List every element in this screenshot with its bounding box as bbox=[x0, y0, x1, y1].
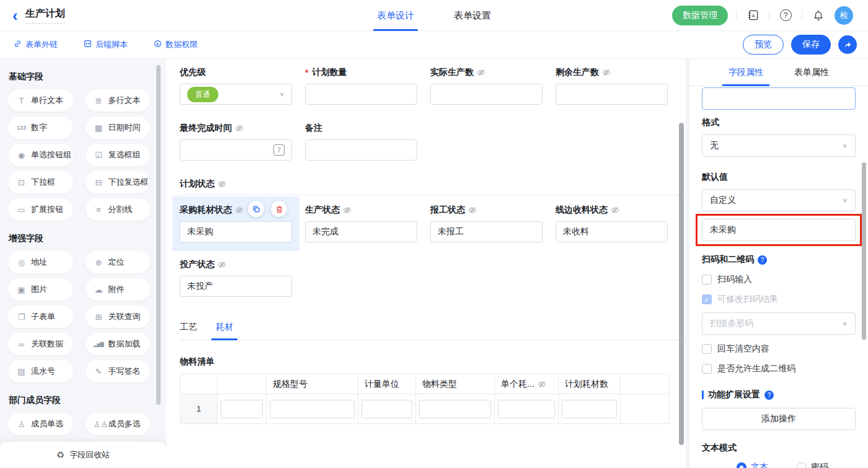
share-button[interactable] bbox=[838, 35, 857, 54]
field-purchase-material-status[interactable]: 采购耗材状态 未采购 bbox=[172, 196, 299, 251]
report-status-input[interactable]: 未报工 bbox=[430, 221, 542, 242]
page-title[interactable]: 生产计划 bbox=[25, 7, 65, 24]
tab-consumables[interactable]: 耗材 bbox=[216, 322, 233, 333]
tab-field-properties[interactable]: 字段属性 bbox=[728, 59, 763, 86]
sidebar-item-1-5[interactable]: ⊞关联查询 bbox=[86, 306, 151, 328]
delete-field-button[interactable] bbox=[271, 201, 287, 217]
sidebar-scrollbar[interactable] bbox=[156, 65, 161, 405]
remaining-production-input[interactable] bbox=[556, 84, 668, 105]
field-remarks[interactable]: 备注 bbox=[305, 123, 417, 161]
sidebar-item-0-8[interactable]: ▭扩展按钮 bbox=[8, 198, 73, 221]
option-editable-scan-result[interactable]: 可修改扫码结果 bbox=[702, 294, 856, 305]
production-status-input[interactable]: 未完成 bbox=[305, 221, 417, 242]
field-launch-status[interactable]: 投产状态 未投产 bbox=[180, 260, 292, 297]
radio-password[interactable]: 密码 bbox=[797, 462, 828, 468]
checkbox-unchecked[interactable] bbox=[702, 344, 712, 354]
help-icon[interactable]: ? bbox=[758, 255, 767, 265]
subform-cell-input[interactable] bbox=[270, 400, 355, 418]
field-remaining-production[interactable]: 剩余生产数 bbox=[556, 68, 668, 105]
sidebar-item-0-0[interactable]: T单行文本 bbox=[8, 89, 73, 112]
notification-bell-icon[interactable] bbox=[810, 7, 826, 24]
help-icon[interactable]: ? bbox=[764, 391, 774, 400]
sidebar-item-0-4[interactable]: ◉单选按钮组 bbox=[8, 144, 73, 166]
canvas-tab-bar: 工艺 耗材 bbox=[180, 322, 686, 340]
sidebar-item-1-6[interactable]: ∞关联数据 bbox=[8, 333, 73, 355]
sidebar-item-2-1[interactable]: ♙♙成员多选 bbox=[86, 413, 151, 435]
sidebar-item-1-1[interactable]: ⊕定位 bbox=[86, 251, 151, 273]
field-recycle-bin[interactable]: ♻︎ 字段回收站 bbox=[0, 442, 166, 468]
priority-select[interactable]: 普通 ∨ bbox=[180, 84, 292, 105]
default-value-select[interactable]: 自定义∨ bbox=[702, 189, 856, 211]
serial-number-icon: ▤ bbox=[16, 367, 27, 376]
copy-field-button[interactable] bbox=[248, 201, 264, 217]
option-allow-qrcode[interactable]: 是否允许生成二维码 bbox=[702, 363, 856, 374]
sidebar-item-1-7[interactable]: ▂▅▇数据加载 bbox=[86, 333, 151, 355]
sidebar-item-1-0[interactable]: ◎地址 bbox=[8, 251, 73, 273]
group-plan-status[interactable]: 计划状态 bbox=[180, 179, 686, 189]
subform-cell-input[interactable] bbox=[498, 400, 555, 418]
sidebar-item-0-2[interactable]: 123数字 bbox=[8, 117, 73, 139]
canvas-row-4: 投产状态 未投产 bbox=[180, 260, 686, 297]
option-enter-clear[interactable]: 回车清空内容 bbox=[702, 343, 856, 355]
tab-form-design[interactable]: 表单设计 bbox=[377, 0, 414, 31]
eye-off-icon bbox=[343, 206, 352, 214]
data-permission-link[interactable]: 数据权限 bbox=[154, 39, 198, 50]
checkbox-unchecked[interactable] bbox=[702, 364, 712, 374]
tab-process[interactable]: 工艺 bbox=[180, 322, 197, 333]
field-final-completion-time[interactable]: 最终完成时间 7 bbox=[180, 123, 292, 161]
sidebar-item-1-3[interactable]: ☁附件 bbox=[86, 278, 151, 301]
lineside-receiving-status-input[interactable]: 未收料 bbox=[556, 221, 668, 242]
subform-cell-input[interactable] bbox=[221, 400, 263, 418]
sidebar-item-1-2[interactable]: ▣图片 bbox=[8, 278, 73, 301]
subform-cell bbox=[358, 394, 416, 424]
sidebar-item-1-9[interactable]: ✎手写签名 bbox=[86, 360, 151, 382]
remarks-input[interactable] bbox=[305, 139, 417, 161]
actual-production-input[interactable] bbox=[430, 84, 542, 105]
final-completion-date-input[interactable]: 7 bbox=[180, 139, 292, 161]
subform-cell-input[interactable] bbox=[562, 400, 617, 418]
purchase-material-status-input[interactable]: 未采购 bbox=[180, 221, 292, 242]
planned-quantity-input[interactable] bbox=[305, 84, 417, 105]
save-button[interactable]: 保存 bbox=[791, 35, 831, 55]
subform-cell-input[interactable] bbox=[361, 400, 412, 418]
canvas-scrollbar[interactable] bbox=[679, 123, 684, 445]
user-avatar[interactable]: 检 bbox=[835, 6, 853, 25]
sidebar-item-0-1[interactable]: ≣多行文本 bbox=[86, 89, 151, 112]
sidebar-item-0-5[interactable]: ☑复选框组 bbox=[86, 144, 151, 166]
field-title-input[interactable] bbox=[702, 87, 856, 110]
tab-form-settings[interactable]: 表单设置 bbox=[454, 0, 491, 31]
sidebar-item-0-6[interactable]: ⊡下拉框 bbox=[8, 171, 73, 193]
launch-status-input[interactable]: 未投产 bbox=[180, 276, 292, 297]
back-icon[interactable]: ‹ bbox=[12, 9, 18, 22]
format-select[interactable]: 无∨ bbox=[702, 135, 856, 157]
add-operation-button[interactable]: 添加操作 bbox=[702, 408, 856, 430]
sidebar-item-0-3[interactable]: ▦日期时间 bbox=[86, 117, 151, 139]
field-planned-quantity[interactable]: *计划数量 bbox=[305, 68, 417, 105]
field-report-status[interactable]: 报工状态 未报工 bbox=[430, 205, 542, 242]
subform-cell-input[interactable] bbox=[419, 400, 491, 418]
backend-script-link[interactable]: 后端脚本 bbox=[84, 39, 128, 50]
chevron-down-icon: ∨ bbox=[279, 91, 285, 98]
help-icon[interactable]: ? bbox=[777, 7, 794, 24]
sidebar-item-0-9[interactable]: ≡分割线 bbox=[86, 198, 151, 221]
field-production-status[interactable]: 生产状态 未完成 bbox=[305, 205, 417, 242]
data-manage-button[interactable]: 数据管理 bbox=[672, 6, 728, 25]
checkbox-unchecked[interactable] bbox=[702, 275, 712, 285]
field-lineside-receiving-status[interactable]: 线边收料状态 未收料 bbox=[556, 205, 668, 242]
panel-scrollbar[interactable] bbox=[862, 162, 866, 340]
preview-button[interactable]: 预览 bbox=[743, 35, 784, 55]
field-priority[interactable]: 优先级 普通 ∨ bbox=[180, 68, 292, 105]
sidebar-item-1-8[interactable]: ▤流水号 bbox=[8, 360, 73, 382]
form-external-link[interactable]: 表单外链 bbox=[14, 39, 58, 50]
sidebar-item-0-7[interactable]: ⊟下拉复选框 bbox=[86, 171, 151, 193]
divider-icon: ≡ bbox=[94, 205, 104, 214]
sidebar-item-1-4[interactable]: ❐子表单 bbox=[8, 306, 73, 328]
sidebar-item-2-0[interactable]: ♙成员单选 bbox=[8, 413, 73, 435]
subform-title[interactable]: 物料清单 bbox=[180, 356, 686, 368]
radio-text[interactable]: 文本 bbox=[737, 462, 768, 468]
default-custom-value-input[interactable]: 未采购 bbox=[702, 219, 856, 241]
tab-form-properties[interactable]: 表单属性 bbox=[794, 59, 829, 86]
option-scan-input[interactable]: 扫码输入 bbox=[702, 274, 856, 285]
field-actual-production[interactable]: 实际生产数 bbox=[430, 68, 542, 105]
address-book-icon[interactable]: A bbox=[745, 7, 761, 24]
